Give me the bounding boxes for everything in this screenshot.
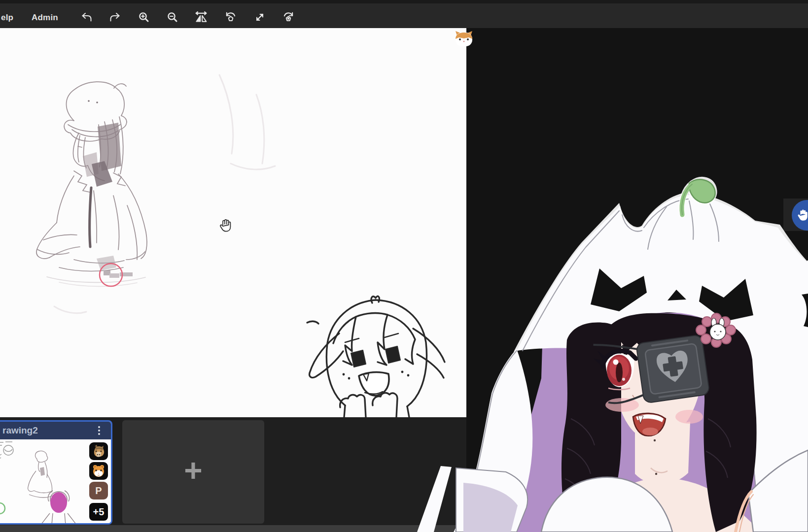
undo-button[interactable]: [80, 12, 93, 25]
rotate-canvas-button[interactable]: [224, 12, 237, 25]
fit-to-screen-icon: [254, 11, 266, 25]
reset-rotation-icon: [282, 11, 295, 26]
collaborator-hamster-avatar: [89, 462, 108, 480]
page-title: rawing2: [2, 425, 38, 436]
collaborator-overflow-badge[interactable]: +5: [89, 503, 108, 521]
reset-rotation-button[interactable]: [282, 12, 295, 25]
flip-horizontal-button[interactable]: [195, 12, 208, 25]
top-toolbar: elp Admin: [0, 0, 808, 28]
page-card-header: rawing2: [0, 422, 111, 439]
hand-cursor: [217, 217, 233, 234]
undo-icon: [81, 11, 93, 25]
zoom-in-icon: [138, 11, 150, 25]
add-page-tile[interactable]: +: [122, 420, 264, 524]
hand-icon: [795, 207, 808, 224]
menu-help[interactable]: elp: [1, 13, 13, 23]
collaborator-cat-badge: [454, 31, 474, 48]
page-menu-kebab-icon[interactable]: [95, 425, 103, 436]
plus-icon: +: [184, 455, 202, 486]
bottom-bar: [0, 525, 808, 532]
page-collaborators: P +5: [89, 442, 109, 521]
collaborator-horse-avatar: [89, 442, 108, 460]
collaborator-p-avatar: P: [89, 482, 108, 499]
redo-button[interactable]: [108, 12, 121, 25]
app-window: { "window": {"width": 1639, "height": 10…: [0, 0, 808, 532]
menu-admin[interactable]: Admin: [32, 13, 58, 23]
flip-horizontal-icon: [195, 11, 208, 26]
zoom-out-icon: [167, 11, 178, 25]
workspace-background: [466, 28, 808, 532]
redo-icon: [109, 11, 121, 25]
zoom-out-button[interactable]: [166, 12, 179, 25]
canvas-artwork: [0, 28, 466, 417]
page-card-drawing2[interactable]: rawing2: [0, 420, 112, 525]
zoom-in-button[interactable]: [138, 12, 150, 25]
rotate-canvas-icon: [224, 11, 237, 26]
fit-to-screen-button[interactable]: [253, 12, 266, 25]
